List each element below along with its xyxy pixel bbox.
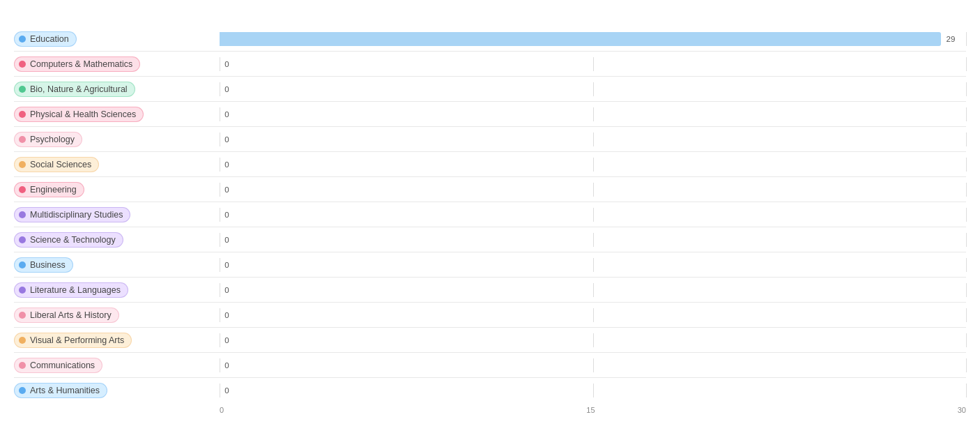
grid-line (966, 107, 967, 121)
bar-label-text: Engineering (30, 185, 77, 195)
grid-line (966, 183, 967, 197)
bar-label-container: Social Sciences (14, 157, 220, 172)
bar-value-label: 0 (224, 336, 229, 344)
bar-row: Liberal Arts & History0 (14, 303, 966, 328)
grid-line (220, 208, 220, 222)
label-pill: Bio, Nature & Agricultural (14, 82, 135, 97)
bar-value-label: 0 (224, 85, 229, 93)
grid-line (220, 132, 220, 146)
x-axis: 01530 (14, 406, 966, 414)
pill-dot-icon (19, 86, 26, 93)
grid-line (593, 283, 594, 297)
grid-line (220, 308, 220, 322)
pill-dot-icon (19, 211, 26, 218)
bar-fill (220, 32, 941, 46)
bar-track: 0 (220, 283, 966, 297)
grid-line (220, 358, 220, 372)
bar-label-text: Multidisciplinary Studies (30, 210, 123, 220)
bar-track: 0 (220, 233, 966, 247)
bar-label-container: Communications (14, 358, 220, 373)
bar-row: Arts & Humanities0 (14, 378, 966, 403)
label-pill: Physical & Health Sciences (14, 107, 144, 122)
bar-row: Physical & Health Sciences0 (14, 102, 966, 127)
bar-value-label: 0 (224, 236, 229, 244)
label-pill: Social Sciences (14, 157, 99, 172)
pill-dot-icon (19, 61, 26, 68)
bar-value-label: 0 (224, 286, 229, 294)
grid-line (593, 158, 594, 172)
grid-line (593, 333, 594, 347)
bar-label-container: Arts & Humanities (14, 383, 220, 398)
bar-label-text: Science & Technology (30, 235, 116, 245)
bar-value-label: 0 (224, 135, 229, 144)
bar-value-label: 0 (224, 261, 229, 269)
grid-line (966, 384, 967, 397)
bar-value-label: 0 (224, 60, 229, 68)
bar-row: Literature & Languages0 (14, 278, 966, 303)
pill-dot-icon (19, 136, 26, 143)
grid-line (220, 333, 220, 347)
grid-line (220, 183, 220, 197)
bar-label-container: Psychology (14, 132, 220, 147)
grid-line (220, 82, 220, 96)
bar-row: Engineering0 (14, 177, 966, 202)
grid-line (966, 158, 967, 172)
grid-line (966, 308, 967, 322)
grid-line (593, 132, 594, 146)
grid-line (966, 32, 967, 46)
grid-line (220, 258, 220, 272)
grid-line (593, 183, 594, 197)
grid-line (966, 82, 967, 96)
label-pill: Engineering (14, 182, 84, 197)
bar-row: Psychology0 (14, 127, 966, 152)
pill-dot-icon (19, 312, 26, 319)
bar-label-text: Business (30, 260, 66, 270)
bar-label-container: Multidisciplinary Studies (14, 207, 220, 222)
grid-line (593, 358, 594, 372)
page-container: Education29Computers & Mathematics0Bio, … (14, 14, 966, 414)
bar-track: 0 (220, 183, 966, 197)
bar-row: Social Sciences0 (14, 152, 966, 177)
label-pill: Liberal Arts & History (14, 308, 119, 323)
bar-track: 0 (220, 208, 966, 222)
grid-line (593, 233, 594, 247)
pill-dot-icon (19, 36, 26, 43)
pill-dot-icon (19, 236, 26, 243)
bar-label-container: Visual & Performing Arts (14, 333, 220, 348)
grid-line (966, 233, 967, 247)
bar-label-text: Arts & Humanities (30, 386, 100, 395)
label-pill: Literature & Languages (14, 282, 128, 298)
bar-row: Computers & Mathematics0 (14, 52, 966, 77)
grid-line (220, 57, 220, 71)
pill-dot-icon (19, 161, 26, 168)
grid-line (966, 208, 967, 222)
bar-track: 0 (220, 358, 966, 372)
chart-wrapper: Education29Computers & Mathematics0Bio, … (14, 26, 966, 414)
grid-line (593, 57, 594, 71)
bar-track: 0 (220, 333, 966, 347)
pill-dot-icon (19, 261, 26, 268)
bar-label-container: Liberal Arts & History (14, 308, 220, 323)
label-pill: Visual & Performing Arts (14, 333, 132, 348)
bar-label-text: Bio, Nature & Agricultural (30, 84, 128, 94)
pill-dot-icon (19, 186, 26, 193)
bar-row: Multidisciplinary Studies0 (14, 202, 966, 227)
label-pill: Business (14, 257, 73, 273)
bar-row: Visual & Performing Arts0 (14, 328, 966, 353)
grid-line (220, 283, 220, 297)
grid-line (220, 384, 220, 397)
bar-label-text: Social Sciences (30, 160, 91, 169)
bar-value-label: 0 (224, 311, 229, 319)
bar-label-text: Liberal Arts & History (30, 310, 112, 320)
pill-dot-icon (19, 362, 26, 369)
grid-line (966, 333, 967, 347)
bar-label-container: Literature & Languages (14, 282, 220, 298)
grid-line (966, 283, 967, 297)
x-axis-label: 30 (958, 406, 966, 414)
bar-track: 0 (220, 132, 966, 146)
grid-line (966, 57, 967, 71)
bar-value-label: 0 (224, 211, 229, 219)
bar-label-text: Physical & Health Sciences (30, 109, 136, 119)
grid-line (220, 233, 220, 247)
bar-label-container: Science & Technology (14, 232, 220, 248)
